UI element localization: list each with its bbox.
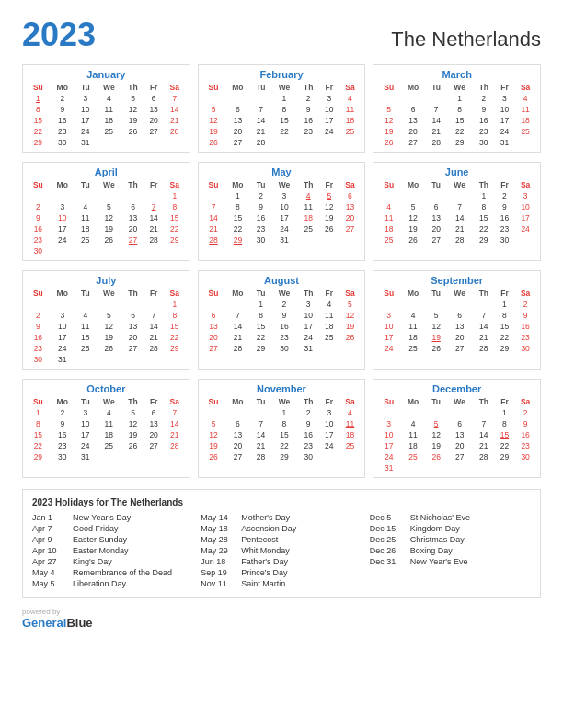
- cal-day: 5: [202, 104, 225, 115]
- cal-table: SuMoTuWeThFrSa12345678910111213141516171…: [27, 82, 186, 148]
- cal-day: [319, 451, 339, 462]
- dow-header: Su: [27, 288, 50, 299]
- cal-day: 27: [426, 234, 446, 245]
- dow-header: Sa: [164, 82, 186, 93]
- dow-header: Tu: [75, 396, 96, 407]
- cal-day: 22: [164, 223, 186, 234]
- cal-day: 16: [250, 212, 270, 223]
- holiday-item: Jun 18Father's Day: [201, 557, 362, 566]
- cal-day: 4: [297, 190, 319, 201]
- cal-day: 23: [271, 332, 298, 343]
- cal-day: 20: [400, 126, 426, 137]
- header: 2023 The Netherlands: [22, 18, 541, 51]
- cal-day: 26: [426, 343, 446, 354]
- cal-day: 22: [495, 332, 515, 343]
- cal-day: 23: [297, 126, 319, 137]
- cal-day: 2: [495, 190, 515, 201]
- holiday-item: Apr 27King's Day: [32, 557, 193, 566]
- page: 2023 The Netherlands JanuarySuMoTuWeThFr…: [0, 0, 563, 728]
- cal-day: 16: [297, 115, 319, 126]
- holiday-date: Apr 9: [32, 535, 67, 544]
- cal-day: 2: [514, 407, 536, 418]
- cal-day: [27, 190, 50, 201]
- dow-header: We: [96, 288, 122, 299]
- cal-day: [446, 462, 473, 473]
- cal-day: 6: [339, 190, 362, 201]
- cal-day: 13: [144, 104, 164, 115]
- cal-day: 12: [319, 201, 339, 212]
- cal-day: 13: [446, 429, 473, 440]
- cal-day: 12: [96, 321, 122, 332]
- dow-header: Mo: [224, 82, 250, 93]
- cal-day: [122, 190, 144, 201]
- cal-day: 18: [297, 212, 319, 223]
- cal-day: 23: [514, 332, 536, 343]
- cal-day: 15: [446, 115, 473, 126]
- holiday-date: May 29: [201, 546, 236, 555]
- cal-day: 14: [473, 321, 495, 332]
- cal-day: [495, 462, 515, 473]
- cal-day: 17: [377, 332, 400, 343]
- month-name: November: [202, 383, 362, 394]
- dow-header: Fr: [144, 82, 164, 93]
- cal-day: 27: [224, 137, 250, 148]
- cal-day: 16: [514, 321, 536, 332]
- month-block-october: OctoberSuMoTuWeThFrSa1234567891011121314…: [22, 379, 190, 478]
- cal-day: 15: [495, 429, 515, 440]
- holiday-date: Dec 15: [370, 524, 405, 533]
- dow-header: Mo: [50, 396, 75, 407]
- cal-day: 11: [339, 418, 362, 429]
- cal-day: 7: [426, 104, 446, 115]
- cal-day: 25: [75, 343, 96, 354]
- cal-day: [144, 354, 164, 365]
- cal-day: 7: [250, 104, 270, 115]
- dow-header: Sa: [514, 82, 536, 93]
- cal-day: 21: [250, 440, 270, 451]
- cal-day: 7: [224, 310, 250, 321]
- cal-table: SuMoTuWeThFrSa12345678910111213141516171…: [377, 288, 536, 354]
- cal-day: 20: [144, 429, 164, 440]
- cal-day: 13: [224, 115, 250, 126]
- holiday-name: Saint Martin: [241, 579, 285, 588]
- cal-day: 17: [319, 115, 339, 126]
- cal-day: 9: [27, 212, 50, 223]
- dow-header: We: [446, 179, 473, 190]
- cal-day: 23: [250, 223, 270, 234]
- dow-header: Su: [27, 82, 50, 93]
- cal-day: 26: [319, 223, 339, 234]
- dow-header: Su: [377, 179, 400, 190]
- year-title: 2023: [22, 18, 96, 51]
- cal-day: [122, 299, 144, 310]
- holiday-name: Mother's Day: [241, 513, 290, 522]
- cal-day: 26: [377, 137, 400, 148]
- cal-day: 27: [144, 440, 164, 451]
- dow-header: Su: [27, 396, 50, 407]
- cal-day: 8: [164, 201, 186, 212]
- cal-table: SuMoTuWeThFrSa12345678910111213141516171…: [377, 396, 536, 473]
- dow-header: Sa: [339, 82, 362, 93]
- cal-day: 28: [224, 343, 250, 354]
- cal-day: 29: [27, 137, 50, 148]
- cal-day: [122, 245, 144, 256]
- cal-day: [446, 407, 473, 418]
- cal-day: 9: [495, 201, 515, 212]
- holiday-date: Jan 1: [32, 513, 67, 522]
- holiday-item: Sep 19Prince's Day: [201, 568, 362, 577]
- cal-day: 28: [144, 343, 164, 354]
- cal-day: [426, 299, 446, 310]
- cal-day: 20: [224, 126, 250, 137]
- cal-day: 20: [122, 332, 144, 343]
- cal-day: 27: [224, 451, 250, 462]
- cal-day: 11: [514, 104, 536, 115]
- cal-day: [250, 93, 270, 104]
- cal-day: 21: [144, 223, 164, 234]
- cal-day: [426, 462, 446, 473]
- footer: powered by GeneralBlue: [22, 608, 541, 630]
- holiday-col-2: May 14Mother's DayMay 18Ascension DayMay…: [201, 513, 362, 590]
- cal-day: 31: [50, 354, 75, 365]
- cal-day: 31: [75, 451, 96, 462]
- cal-day: 18: [75, 223, 96, 234]
- cal-day: [202, 93, 225, 104]
- cal-day: 4: [75, 310, 96, 321]
- cal-day: [377, 190, 400, 201]
